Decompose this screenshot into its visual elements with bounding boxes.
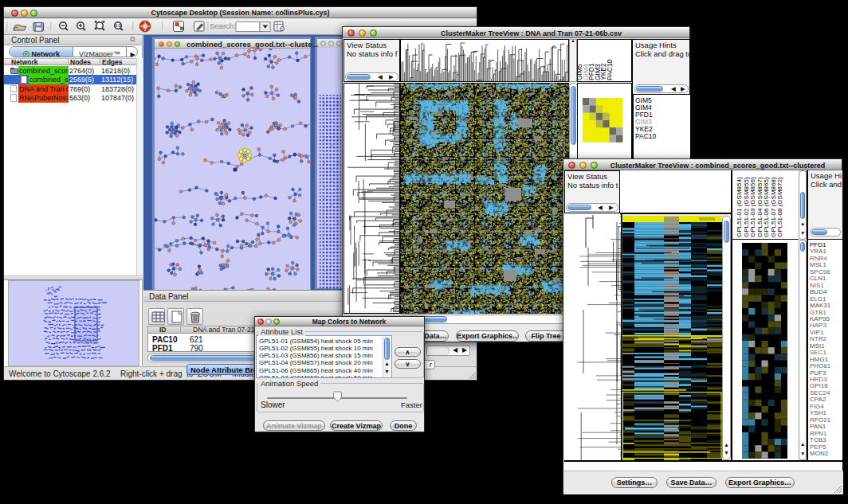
svg-text:GPL51-08 (GSM872): GPL51-08 (GSM872) — [776, 177, 783, 237]
svg-text:Search:: Search: — [210, 21, 236, 30]
svg-text:1:1: 1:1 — [115, 23, 120, 28]
svg-text:PAC10: PAC10 — [606, 59, 614, 80]
